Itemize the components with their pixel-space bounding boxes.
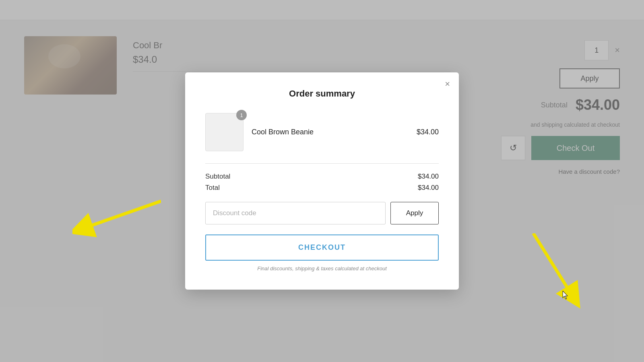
modal-total-row: Total $34.00 <box>205 184 439 192</box>
modal-apply-button[interactable]: Apply <box>390 202 439 224</box>
modal-overlay: × Order summary 1 Cool Brown Beanie $34.… <box>0 0 644 362</box>
modal-total-label: Total <box>205 184 220 192</box>
modal-subtotal-value: $34.00 <box>418 173 439 181</box>
modal-title: Order summary <box>205 88 439 99</box>
discount-code-input[interactable] <box>205 202 386 224</box>
modal-checkout-button[interactable]: CHECKOUT <box>205 234 439 261</box>
modal-total-value: $34.00 <box>418 184 439 192</box>
modal-close-button[interactable]: × <box>445 80 450 88</box>
modal-discount-row: Apply <box>205 202 439 224</box>
modal-subtotal-label: Subtotal <box>205 173 230 181</box>
modal-product-name: Cool Brown Beanie <box>252 128 417 136</box>
modal-product-row: 1 Cool Brown Beanie $34.00 <box>205 113 439 151</box>
modal-checkout-note: Final discounts, shipping & taxes calcul… <box>205 265 439 272</box>
modal-divider <box>205 163 439 164</box>
modal-product-price: $34.00 <box>417 128 439 136</box>
modal-totals: Subtotal $34.00 Total $34.00 <box>205 173 439 192</box>
modal-product-qty-badge: 1 <box>236 110 247 120</box>
modal-product-img-wrap: 1 <box>205 113 244 151</box>
order-summary-modal: × Order summary 1 Cool Brown Beanie $34.… <box>185 72 459 290</box>
modal-subtotal-row: Subtotal $34.00 <box>205 173 439 181</box>
